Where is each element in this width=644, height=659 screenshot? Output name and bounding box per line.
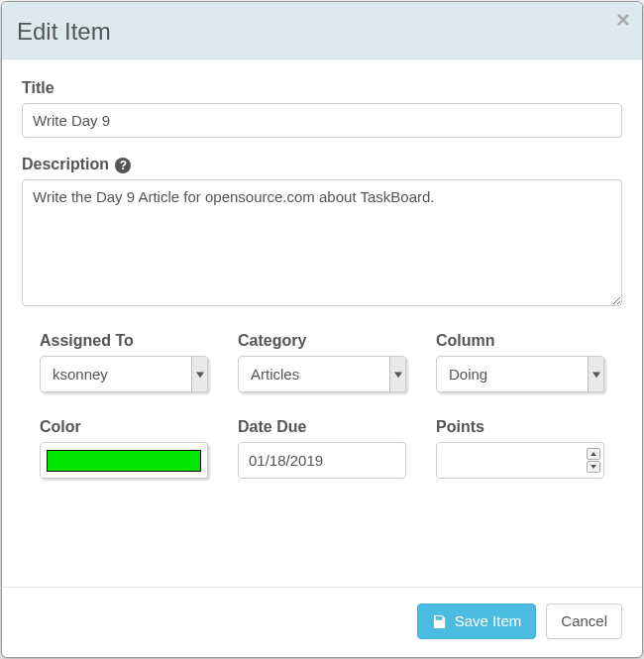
modal-footer: Save Item Cancel — [2, 587, 642, 657]
date-due-input[interactable] — [238, 442, 406, 479]
close-icon[interactable]: × — [616, 8, 630, 32]
modal-header: Edit Item × — [2, 2, 642, 59]
title-label: Title — [22, 79, 622, 97]
points-label: Points — [436, 418, 604, 436]
svg-marker-1 — [394, 372, 402, 378]
column-label: Column — [436, 332, 604, 350]
chevron-down-icon — [191, 357, 207, 391]
save-icon — [432, 614, 447, 629]
spinner-down-button[interactable] — [587, 461, 600, 473]
svg-marker-0 — [196, 372, 204, 378]
assigned-to-select[interactable]: ksonney — [40, 356, 208, 392]
column-value: Doing — [449, 366, 487, 383]
color-label: Color — [40, 418, 208, 436]
assigned-to-label: Assigned To — [40, 332, 208, 350]
assigned-to-value: ksonney — [53, 366, 108, 383]
svg-marker-2 — [592, 372, 600, 378]
svg-marker-4 — [590, 465, 596, 469]
cancel-label: Cancel — [561, 612, 607, 630]
category-label: Category — [238, 332, 406, 350]
category-select[interactable]: Articles — [238, 356, 406, 392]
chevron-down-icon — [389, 357, 405, 391]
svg-marker-3 — [590, 452, 596, 456]
category-value: Articles — [251, 366, 299, 383]
modal-body: Title Description ? Write the Day 9 Arti… — [2, 59, 642, 587]
color-picker[interactable] — [40, 442, 208, 479]
modal-title: Edit Item — [17, 16, 627, 47]
points-input[interactable] — [436, 442, 604, 479]
save-item-label: Save Item — [455, 612, 522, 630]
spinner-up-button[interactable] — [587, 448, 600, 460]
cancel-button[interactable]: Cancel — [546, 604, 622, 639]
save-item-button[interactable]: Save Item — [417, 604, 537, 639]
points-spinner — [587, 448, 600, 473]
svg-rect-5 — [439, 616, 441, 619]
date-due-label: Date Due — [238, 418, 406, 436]
title-input[interactable] — [22, 103, 622, 138]
column-select[interactable]: Doing — [436, 356, 604, 392]
help-icon[interactable]: ? — [115, 158, 131, 173]
description-label: Description — [22, 156, 109, 172]
description-textarea[interactable]: Write the Day 9 Article for opensource.c… — [22, 179, 622, 306]
chevron-down-icon — [588, 357, 603, 391]
color-swatch — [47, 450, 201, 472]
edit-item-modal: Edit Item × Title Description ? Write th… — [1, 1, 643, 658]
